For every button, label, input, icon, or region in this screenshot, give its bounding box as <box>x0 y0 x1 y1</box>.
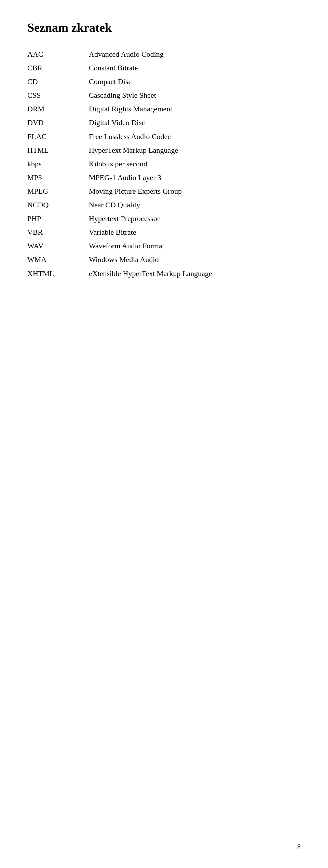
page-number: 8 <box>297 843 301 851</box>
abbr-term: CBR <box>27 62 89 74</box>
abbr-definition: Kilobits per second <box>89 158 147 170</box>
abbr-term: VBR <box>27 226 89 238</box>
abbr-definition: Digital Rights Management <box>89 103 172 115</box>
abbr-definition: HyperText Markup Language <box>89 144 178 156</box>
abbr-definition: Advanced Audio Coding <box>89 49 164 60</box>
table-row: VBRVariable Bitrate <box>27 226 301 238</box>
abbr-definition: Free Lossless Audio Codec <box>89 131 171 142</box>
table-row: XHTMLeXtensible HyperText Markup Languag… <box>27 268 301 279</box>
abbr-definition: Waveform Audio Format <box>89 240 164 252</box>
abbr-term: WMA <box>27 254 89 265</box>
abbr-definition: Windows Media Audio <box>89 254 159 265</box>
table-row: kbpsKilobits per second <box>27 158 301 170</box>
table-row: MP3MPEG-1 Audio Layer 3 <box>27 172 301 183</box>
abbr-term: AAC <box>27 49 89 60</box>
abbr-term: CD <box>27 76 89 87</box>
table-row: CDCompact Disc <box>27 76 301 87</box>
abbreviation-list: AACAdvanced Audio CodingCBRConstant Bitr… <box>27 49 301 279</box>
abbr-definition: Cascading Style Sheet <box>89 89 156 101</box>
table-row: FLACFree Lossless Audio Codec <box>27 131 301 142</box>
abbr-definition: Variable Bitrate <box>89 226 136 238</box>
abbr-term: MP3 <box>27 172 89 183</box>
table-row: WAVWaveform Audio Format <box>27 240 301 252</box>
abbr-term: PHP <box>27 213 89 224</box>
table-row: HTMLHyperText Markup Language <box>27 144 301 156</box>
abbr-definition: Digital Video Disc <box>89 117 145 128</box>
abbr-term: MPEG <box>27 185 89 197</box>
table-row: NCDQNear CD Quality <box>27 199 301 211</box>
abbr-definition: eXtensible HyperText Markup Language <box>89 268 212 279</box>
abbr-term: NCDQ <box>27 199 89 211</box>
table-row: CSSCascading Style Sheet <box>27 89 301 101</box>
table-row: AACAdvanced Audio Coding <box>27 49 301 60</box>
table-row: WMAWindows Media Audio <box>27 254 301 265</box>
abbr-term: DRM <box>27 103 89 115</box>
table-row: CBRConstant Bitrate <box>27 62 301 74</box>
table-row: DVDDigital Video Disc <box>27 117 301 128</box>
abbr-definition: Hypertext Preprocessor <box>89 213 160 224</box>
abbr-term: HTML <box>27 144 89 156</box>
abbr-definition: Constant Bitrate <box>89 62 138 74</box>
abbr-definition: MPEG-1 Audio Layer 3 <box>89 172 161 183</box>
abbr-term: XHTML <box>27 268 89 279</box>
abbr-term: FLAC <box>27 131 89 142</box>
abbr-definition: Moving Picture Experts Group <box>89 185 182 197</box>
table-row: MPEGMoving Picture Experts Group <box>27 185 301 197</box>
page-container: Seznam zkratek AACAdvanced Audio CodingC… <box>0 0 328 309</box>
abbr-definition: Compact Disc <box>89 76 132 87</box>
abbr-term: WAV <box>27 240 89 252</box>
table-row: DRMDigital Rights Management <box>27 103 301 115</box>
page-title: Seznam zkratek <box>27 20 301 35</box>
abbr-term: CSS <box>27 89 89 101</box>
abbr-definition: Near CD Quality <box>89 199 140 211</box>
abbr-term: kbps <box>27 158 89 170</box>
abbr-term: DVD <box>27 117 89 128</box>
table-row: PHPHypertext Preprocessor <box>27 213 301 224</box>
